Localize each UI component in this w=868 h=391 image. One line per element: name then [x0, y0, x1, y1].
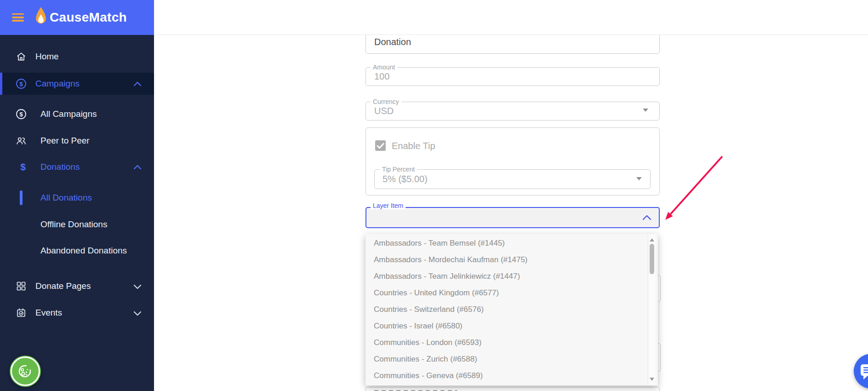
checkmark-icon	[375, 140, 386, 151]
amount-field[interactable]	[365, 67, 660, 86]
svg-text:$: $	[19, 80, 23, 87]
flame-logo-icon	[34, 6, 48, 29]
dropdown-option[interactable]: Communities - London (#6593)	[365, 334, 650, 351]
scroll-up-arrow-icon[interactable]	[650, 238, 654, 242]
dropdown-option[interactable]: Communities - Zurich (#6588)	[365, 351, 650, 368]
people-icon	[16, 135, 27, 146]
active-indicator	[0, 73, 2, 95]
sidebar-item-peer-to-peer[interactable]: Peer to Peer	[0, 130, 154, 152]
dropdown-option[interactable]: Ambassadors - Team Bemsel (#1445)	[365, 235, 650, 252]
selected-indicator	[20, 190, 23, 205]
enable-tip-label: Enable Tip	[392, 141, 435, 151]
sidebar-item-events[interactable]: Events	[0, 302, 154, 324]
dropdown-option[interactable]: Ambassadors - Team Jelinkiewicz (#1447)	[365, 268, 650, 285]
dropdown-option[interactable]: Countries - Switzerland (#6576)	[365, 301, 650, 318]
dropdown-caret-icon	[643, 109, 648, 112]
dropdown-option[interactable]: Countries - United Kingdom (#6577)	[365, 285, 650, 301]
scroll-down-arrow-icon[interactable]	[650, 378, 654, 381]
dropdown-option[interactable]: Ambassadors - Mordechai Kaufman (#1475)	[365, 252, 650, 268]
topbar	[154, 0, 868, 35]
svg-text:$: $	[19, 111, 23, 118]
sidebar-item-label: Abandoned Donations	[40, 246, 127, 256]
home-icon	[16, 51, 27, 62]
dollar-icon: $	[17, 161, 29, 172]
chevron-up-icon	[132, 79, 143, 89]
layer-item-label: Layer Item	[371, 202, 405, 209]
sidebar-item-label: All Campaigns	[40, 109, 97, 119]
chevron-up-icon	[132, 162, 143, 172]
enable-tip-checkbox[interactable]	[375, 140, 386, 151]
scrollbar-thumb[interactable]	[650, 244, 654, 274]
dropdown-scrollbar	[648, 235, 656, 385]
grid-icon	[16, 281, 27, 292]
tip-percent-value: 5% ($5.00)	[383, 174, 428, 184]
sidebar-item-offline-donations[interactable]: Offline Donations	[0, 213, 154, 236]
currency-value: USD	[374, 106, 394, 116]
sidebar-item-donations[interactable]: $ Donations	[0, 156, 154, 178]
sidebar-item-all-campaigns[interactable]: $ All Campaigns	[0, 103, 154, 125]
tip-percent-label: Tip Percent	[380, 166, 417, 173]
cookie-consent-button[interactable]	[10, 356, 41, 387]
sidebar-item-abandoned-donations[interactable]: Abandoned Donations	[0, 240, 154, 262]
hamburger-menu-icon[interactable]	[12, 13, 24, 22]
sidebar-item-label: Home	[35, 52, 59, 62]
svg-text:$: $	[20, 161, 26, 172]
logo-band: CauseMatch	[0, 0, 154, 35]
dollar-circle-icon: $	[16, 78, 27, 89]
truncated-next-field	[365, 387, 660, 391]
layer-item-select[interactable]	[365, 207, 660, 228]
sidebar-item-donate-pages[interactable]: Donate Pages	[0, 275, 154, 297]
sidebar-item-label: Donations	[40, 162, 80, 172]
chevron-down-icon	[132, 308, 143, 318]
sidebar-item-home[interactable]: Home	[0, 46, 154, 68]
app-window: CauseMatch Knowledge base English Hello …	[0, 0, 868, 391]
dropdown-option[interactable]: Communities - Geneva (#6589)	[365, 368, 650, 384]
cookie-icon	[17, 362, 34, 380]
currency-select[interactable]	[365, 102, 660, 121]
sidebar-item-label: Donate Pages	[35, 281, 91, 291]
dropdown-caret-icon	[636, 177, 642, 180]
annotation-arrow	[657, 150, 736, 230]
sidebar-item-label: Campaigns	[35, 79, 80, 89]
chevron-up-icon	[642, 214, 652, 221]
sidebar-item-label: Events	[35, 308, 62, 318]
dropdown-option[interactable]: Countries - Israel (#6580)	[365, 318, 650, 334]
chevron-down-icon	[132, 282, 143, 292]
sidebar-item-label: Offline Donations	[40, 219, 107, 230]
sidebar-item-label: All Donations	[40, 193, 92, 203]
sidebar-item-label: Peer to Peer	[40, 136, 90, 146]
sidebar-item-campaigns[interactable]: $ Campaigns	[0, 73, 154, 95]
currency-label: Currency	[371, 98, 401, 105]
sidebar-item-all-donations[interactable]: All Donations	[0, 187, 154, 209]
campaign-title-value: Donation	[374, 37, 411, 47]
brand-name: CauseMatch	[50, 10, 127, 25]
sidebar: Home $ Campaigns $ All Campaigns	[0, 35, 154, 391]
chat-widget-button[interactable]	[854, 354, 868, 389]
chat-bubble-icon	[860, 364, 868, 380]
dollar-circle-icon: $	[16, 109, 27, 120]
amount-value: 100	[374, 71, 389, 82]
amount-label: Amount	[371, 63, 397, 71]
calendar-icon	[16, 307, 27, 318]
layer-item-dropdown-panel: Ambassadors - Team Bemsel (#1445) Ambass…	[365, 234, 658, 385]
